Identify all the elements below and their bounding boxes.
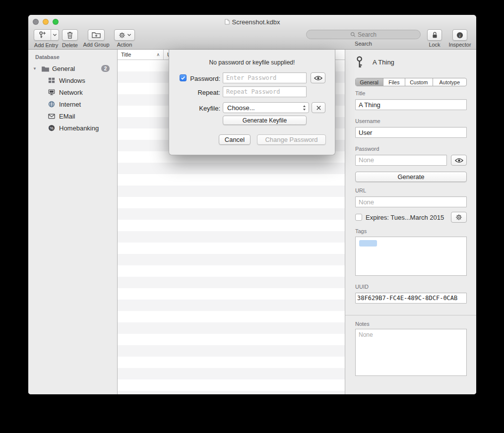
column-header-title[interactable]: Title ∧ (118, 50, 164, 60)
generate-password-button[interactable]: Generate (355, 172, 467, 182)
key-icon (355, 56, 367, 69)
sidebar-item-general[interactable]: ▼ General 2 (28, 62, 117, 74)
column-title-label: Title (121, 52, 131, 58)
entry-title: A Thing (373, 59, 394, 66)
search-icon (350, 32, 356, 37)
url-field-label: URL (355, 187, 366, 193)
inspector-group: i Inspector (445, 29, 475, 48)
sort-ascending-icon: ∧ (156, 52, 160, 57)
sidebar-item-internet[interactable]: Internet (28, 98, 117, 110)
document-proxy-icon (225, 19, 230, 25)
popup-stepper-icon (303, 105, 306, 111)
app-window: Screenshot.kdbx Add Entry (28, 15, 476, 394)
reveal-entry-password-button[interactable] (451, 155, 467, 166)
generate-keyfile-button[interactable]: Generate Keyfile (223, 116, 307, 125)
password-label: Password: (169, 75, 220, 82)
inspector-button[interactable]: i (452, 29, 467, 41)
sidebar-item-email[interactable]: EMail (28, 110, 117, 122)
count-badge: 2 (101, 65, 110, 72)
change-password-button[interactable]: Change Password (257, 134, 326, 145)
windows-icon (48, 77, 55, 84)
tab-autotype[interactable]: Autotype (433, 78, 466, 86)
inspector-label: Inspector (445, 42, 475, 48)
sidebar-item-label: Internet (59, 101, 81, 108)
lock-group: Lock (425, 29, 444, 48)
entry-header: A Thing (355, 56, 394, 69)
uuid-input[interactable] (355, 293, 467, 304)
username-field-label: Username (355, 118, 380, 124)
inspector-panel: A Thing General Files Custom Autotype Ti… (345, 50, 476, 394)
notes-field-label: Notes (355, 321, 370, 327)
tags-field-label: Tags (355, 228, 367, 234)
key-plus-icon (34, 30, 51, 40)
desktop-background: Screenshot.kdbx Add Entry (0, 0, 504, 433)
delete-button[interactable] (62, 29, 78, 41)
inspector-tabs: General Files Custom Autotype (355, 78, 467, 86)
network-icon (48, 89, 55, 96)
tab-custom[interactable]: Custom (405, 78, 433, 86)
title-field-label: Title (355, 90, 365, 96)
disclosure-triangle-icon[interactable]: ▼ (33, 66, 37, 71)
tag-chip[interactable] (359, 240, 377, 247)
search-label: Search (306, 41, 421, 47)
url-input[interactable] (355, 196, 467, 207)
repeat-password-input[interactable] (223, 86, 307, 97)
add-entry-group: Add Entry (32, 29, 60, 48)
expires-label: Expires: Tues...March 2015 (366, 214, 444, 221)
globe-icon (48, 101, 55, 108)
keyfile-popup-value: Choose... (227, 104, 255, 112)
sidebar-item-label: General (52, 65, 75, 72)
chevron-down-icon[interactable] (51, 30, 59, 40)
add-entry-button[interactable] (34, 29, 59, 41)
keyfile-popup[interactable]: Choose... (223, 102, 309, 113)
info-icon: i (456, 32, 463, 39)
add-group-button[interactable] (88, 29, 105, 41)
expires-options-button[interactable] (451, 212, 467, 223)
action-button[interactable] (114, 29, 135, 41)
window-title: Screenshot.kdbx (232, 18, 280, 26)
folder-plus-icon (92, 31, 101, 39)
add-entry-label: Add Entry (32, 42, 60, 48)
gear-icon (119, 32, 126, 39)
change-password-sheet: No password or keyfile supplied! Passwor… (169, 50, 335, 155)
sidebar-item-homebanking[interactable]: % Homebanking (28, 122, 117, 134)
eye-icon (455, 158, 463, 163)
email-icon (48, 114, 55, 119)
sidebar-item-network[interactable]: Network (28, 86, 117, 98)
lock-label: Lock (425, 42, 444, 48)
sidebar-item-windows[interactable]: Windows (28, 74, 117, 86)
cancel-button[interactable]: Cancel (219, 134, 251, 145)
group-sidebar: Database ▼ General 2 Windows Networ (28, 50, 118, 394)
gear-icon (455, 214, 462, 221)
sidebar-item-label: Network (59, 89, 83, 96)
sidebar-item-label: Windows (59, 77, 85, 84)
inspector-divider (345, 315, 476, 315)
add-group-group: Add Group (81, 29, 111, 48)
repeat-label: Repeat: (169, 89, 220, 96)
eye-icon (314, 75, 322, 81)
tags-input[interactable] (355, 237, 467, 276)
trash-icon (66, 31, 73, 39)
expires-checkbox[interactable] (355, 214, 362, 221)
reveal-password-button[interactable] (311, 72, 325, 83)
sheet-message: No password or keyfile supplied! (169, 59, 335, 66)
svg-text:%: % (50, 126, 54, 130)
delete-label: Delete (60, 42, 80, 48)
keyfile-label: Keyfile: (169, 105, 220, 112)
username-input[interactable] (355, 127, 467, 138)
tab-general[interactable]: General (356, 78, 383, 86)
entry-password-input[interactable] (355, 155, 447, 166)
close-x-icon (316, 105, 321, 111)
percent-icon: % (48, 124, 55, 131)
action-label: Action (114, 42, 135, 48)
lock-button[interactable] (427, 29, 442, 41)
sidebar-item-label: EMail (59, 113, 75, 120)
notes-input[interactable] (355, 329, 467, 376)
tab-files[interactable]: Files (383, 78, 406, 86)
title-input[interactable] (355, 99, 467, 110)
add-group-label: Add Group (81, 42, 111, 48)
search-input[interactable]: Search (306, 30, 421, 39)
delete-group: Delete (60, 29, 80, 48)
clear-keyfile-button[interactable] (312, 102, 325, 113)
password-input[interactable] (223, 72, 307, 83)
